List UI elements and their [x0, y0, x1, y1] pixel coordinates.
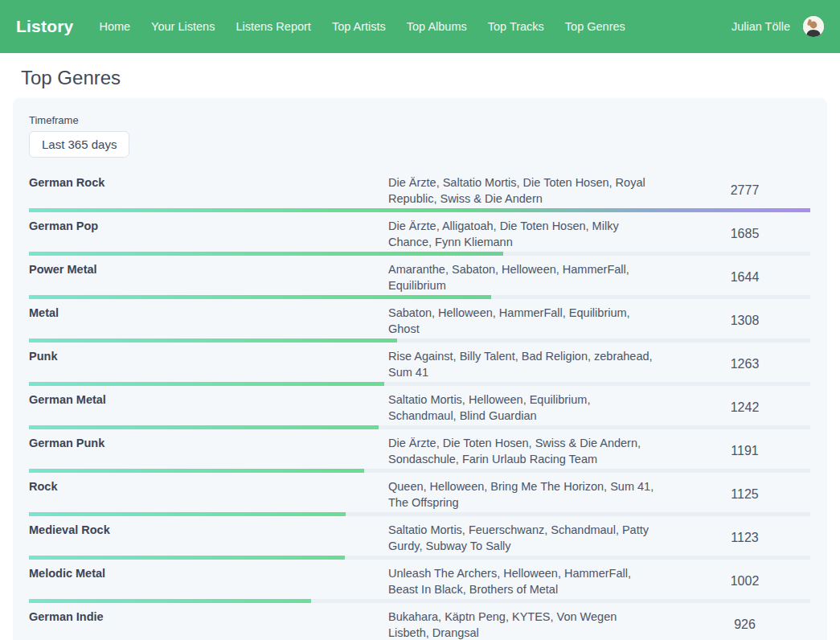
genre-progress-fill: [29, 599, 311, 603]
genre-table: German RockDie Ärzte, Saltatio Mortis, D…: [29, 169, 810, 640]
app-header: Listory Home Your Listens Listens Report…: [0, 0, 840, 53]
main-nav: Home Your Listens Listens Report Top Art…: [99, 20, 625, 33]
genre-name: Power Metal: [29, 261, 388, 277]
nav-item-listens-report[interactable]: Listens Report: [236, 20, 311, 33]
genre-count: 1191: [679, 444, 810, 458]
nav-item-home[interactable]: Home: [99, 20, 130, 33]
nav-item-your-listens[interactable]: Your Listens: [151, 20, 215, 33]
page-title: Top Genres: [21, 67, 840, 89]
nav-item-top-albums[interactable]: Top Albums: [407, 20, 467, 33]
genre-count: 1263: [679, 357, 810, 371]
genre-name: Medieval Rock: [29, 522, 388, 538]
genre-row: German RockDie Ärzte, Saltatio Mortis, D…: [29, 169, 810, 212]
genre-count: 1125: [679, 487, 810, 502]
user-name[interactable]: Julian Tölle: [731, 20, 790, 33]
nav-item-top-tracks[interactable]: Top Tracks: [488, 20, 544, 33]
genre-artists: Die Ärzte, Die Toten Hosen, Swiss & Die …: [388, 435, 679, 467]
genre-progress-track: [29, 382, 810, 386]
genre-progress-track: [29, 208, 810, 212]
genre-name: Metal: [29, 305, 388, 321]
genre-name: Melodic Metal: [29, 565, 388, 581]
genre-count: 1308: [679, 314, 810, 328]
genre-progress-fill: [29, 208, 810, 212]
genre-artists: Sabaton, Helloween, HammerFall, Equilibr…: [388, 305, 679, 337]
main-content: Top Genres Timeframe Last 365 days Germa…: [0, 67, 840, 640]
genre-artists: Rise Against, Billy Talent, Bad Religion…: [388, 348, 679, 380]
genre-count: 1685: [679, 227, 810, 241]
genre-artists: Die Ärzte, Saltatio Mortis, Die Toten Ho…: [388, 174, 679, 207]
genre-row: German MetalSaltatio Mortis, Helloween, …: [29, 386, 810, 429]
genre-count: 2777: [679, 183, 810, 198]
genre-count: 1123: [679, 531, 810, 545]
genre-row: PunkRise Against, Billy Talent, Bad Reli…: [29, 343, 810, 386]
genre-progress-fill: [29, 382, 384, 386]
genre-row: Melodic MetalUnleash The Archers, Hellow…: [29, 560, 810, 603]
nav-item-top-artists[interactable]: Top Artists: [332, 20, 386, 33]
top-genres-card: Timeframe Last 365 days German RockDie Ä…: [13, 98, 827, 640]
genre-row: RockQueen, Helloween, Bring Me The Horiz…: [29, 473, 810, 516]
timeframe-select[interactable]: Last 365 days: [29, 131, 129, 158]
genre-row: German PunkDie Ärzte, Die Toten Hosen, S…: [29, 429, 810, 473]
genre-progress-track: [29, 425, 810, 429]
genre-name: German Pop: [29, 218, 388, 234]
genre-row: Medieval RockSaltatio Mortis, Feuerschwa…: [29, 516, 810, 560]
nav-item-top-genres[interactable]: Top Genres: [565, 20, 625, 33]
genre-row: MetalSabaton, Helloween, HammerFall, Equ…: [29, 299, 810, 343]
genre-name: Punk: [29, 348, 388, 364]
genre-count: 1644: [679, 270, 810, 285]
genre-progress-fill: [29, 425, 379, 429]
genre-name: German Punk: [29, 435, 388, 451]
genre-name: German Indie: [29, 609, 388, 625]
genre-name: German Rock: [29, 174, 388, 191]
genre-count: 1242: [679, 400, 810, 415]
genre-artists: Bukahara, Käptn Peng, KYTES, Von Wegen L…: [388, 609, 679, 640]
genre-row: German PopDie Ärzte, Alligatoah, Die Tot…: [29, 212, 810, 256]
genre-artists: Amaranthe, Sabaton, Helloween, HammerFal…: [388, 261, 679, 293]
genre-row: German IndieBukahara, Käptn Peng, KYTES,…: [29, 603, 810, 640]
genre-progress-track: [29, 295, 810, 299]
user-avatar-icon[interactable]: [803, 16, 824, 37]
genre-progress-fill: [29, 512, 346, 516]
genre-artists: Die Ärzte, Alligatoah, Die Toten Hosen, …: [388, 218, 679, 250]
genre-progress-track: [29, 469, 810, 473]
genre-artists: Saltatio Mortis, Feuerschwanz, Schandmau…: [388, 522, 679, 554]
genre-progress-fill: [29, 295, 491, 299]
genre-progress-track: [29, 252, 810, 256]
app-logo[interactable]: Listory: [16, 17, 73, 36]
genre-progress-fill: [29, 338, 397, 343]
genre-progress-track: [29, 338, 810, 343]
genre-progress-track: [29, 512, 810, 516]
genre-artists: Saltatio Mortis, Helloween, Equilibrium,…: [388, 392, 679, 424]
genre-artists: Unleash The Archers, Helloween, HammerFa…: [388, 565, 679, 597]
genre-artists: Queen, Helloween, Bring Me The Horizon, …: [388, 478, 679, 511]
genre-progress-fill: [29, 556, 345, 560]
genre-name: German Metal: [29, 392, 388, 408]
genre-progress-fill: [29, 469, 364, 473]
timeframe-label: Timeframe: [29, 114, 810, 126]
genre-name: Rock: [29, 478, 388, 494]
genre-progress-fill: [29, 252, 503, 256]
genre-progress-track: [29, 556, 810, 560]
genre-count: 1002: [679, 574, 810, 589]
genre-count: 926: [679, 617, 810, 632]
genre-row: Power MetalAmaranthe, Sabaton, Helloween…: [29, 256, 810, 299]
genre-progress-track: [29, 599, 810, 603]
